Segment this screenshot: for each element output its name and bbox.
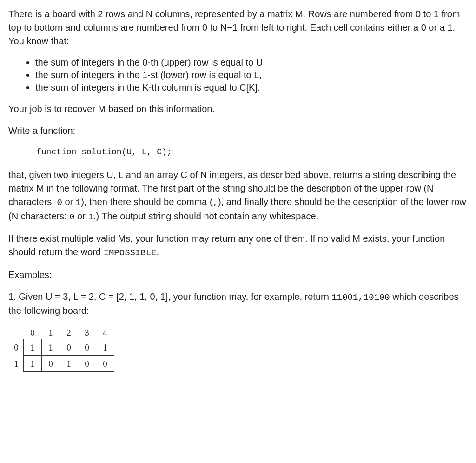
list-item: the sum of integers in the K-th column i…	[35, 81, 468, 94]
board-cell: 0	[78, 339, 96, 356]
code-zero: 0	[57, 198, 62, 208]
impossible-note: If there exist multiple valid Ms, your f…	[8, 232, 468, 260]
board-cell: 0	[96, 356, 114, 372]
board-row: 0 1 1 0 0 1	[9, 339, 114, 356]
code-impossible: IMPOSSIBLE	[104, 248, 157, 258]
text: 1. Given U = 3, L = 2, C = [2, 1, 1, 0, …	[8, 291, 331, 302]
write-function-label: Write a function:	[8, 124, 468, 138]
example-1: 1. Given U = 3, L = 2, C = [2, 1, 1, 0, …	[8, 290, 468, 318]
board-cell: 1	[96, 339, 114, 356]
code-example-output: 11001,10100	[331, 292, 390, 303]
board-row: 1 1 0 1 0 0	[9, 356, 114, 372]
board-col-header: 3	[78, 326, 96, 339]
board-col-header-row: 0 1 2 3 4	[9, 326, 114, 339]
board-col-header: 1	[42, 326, 60, 339]
format-description: that, given two integers U, L and an arr…	[8, 168, 468, 224]
task-statement: Your job is to recover M based on this i…	[8, 102, 468, 116]
constraints-list: the sum of integers in the 0-th (upper) …	[8, 56, 468, 94]
problem-intro: There is a board with 2 rows and N colum…	[8, 7, 468, 48]
code-one: 1	[76, 198, 81, 208]
function-signature: function solution(U, L, C);	[36, 146, 468, 158]
board-row-header: 0	[9, 339, 24, 356]
board-row-header: 1	[9, 356, 24, 372]
board-cell: 1	[24, 339, 42, 356]
list-item: the sum of integers in the 0-th (upper) …	[35, 56, 468, 69]
board-col-header: 2	[60, 326, 78, 339]
board-col-header: 4	[96, 326, 114, 339]
board-corner	[9, 326, 24, 339]
code-one: 1	[88, 212, 93, 222]
text: or	[62, 197, 76, 207]
example-board: 0 1 2 3 4 0 1 1 0 0 1 1 1 0 1 0 0	[9, 326, 114, 372]
board-cell: 1	[60, 356, 78, 372]
text: .) The output string should not contain …	[93, 211, 318, 221]
code-comma: ,	[213, 198, 218, 208]
list-item: the sum of integers in the 1-st (lower) …	[35, 69, 468, 81]
board-cell: 0	[78, 356, 96, 372]
examples-heading: Examples:	[8, 268, 468, 282]
code-zero: 0	[69, 212, 74, 222]
text: ), then there should be comma (	[81, 197, 212, 207]
board-col-header: 0	[24, 326, 42, 339]
board-cell: 1	[42, 339, 60, 356]
text: or	[75, 211, 88, 221]
text: If there exist multiple valid Ms, your f…	[8, 233, 445, 257]
board-cell: 0	[60, 339, 78, 356]
board-cell: 1	[24, 356, 42, 372]
text: .	[157, 247, 159, 257]
board-cell: 0	[42, 356, 60, 372]
